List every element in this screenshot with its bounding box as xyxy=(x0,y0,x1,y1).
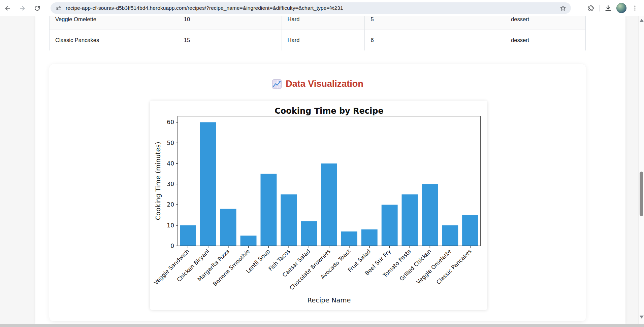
toolbar-right xyxy=(585,0,644,16)
bar-3 xyxy=(240,235,257,246)
toolbar-separator xyxy=(599,5,600,11)
visualization-card: Data Visualization 0102030405060Veggie S… xyxy=(49,64,586,321)
profile-avatar xyxy=(616,3,626,13)
svg-text:Banana Smoothie: Banana Smoothie xyxy=(212,248,251,287)
cell-cooking-time: 10 xyxy=(178,16,282,30)
bar-10 xyxy=(382,205,398,246)
forward-button[interactable] xyxy=(18,3,27,13)
bar-0 xyxy=(180,225,196,246)
cell-difficulty: Hard xyxy=(282,16,365,30)
scroll-up-button[interactable] xyxy=(640,19,644,22)
svg-text:Recipe Name: Recipe Name xyxy=(308,296,351,304)
reload-button[interactable] xyxy=(32,3,42,13)
svg-text:Classic Pancakes: Classic Pancakes xyxy=(435,248,473,286)
svg-text:20: 20 xyxy=(167,201,174,208)
bookmark-star-icon[interactable] xyxy=(559,5,567,12)
bar-11 xyxy=(402,194,418,246)
profile-button[interactable] xyxy=(616,2,627,14)
vertical-scrollbar[interactable] xyxy=(638,16,644,324)
svg-text:50: 50 xyxy=(167,140,174,146)
reload-icon xyxy=(34,5,41,12)
kebab-menu-icon xyxy=(632,5,638,11)
bar-12 xyxy=(422,184,438,246)
svg-text:10: 10 xyxy=(167,222,174,229)
scroll-down-button[interactable] xyxy=(640,316,644,319)
svg-text:Chocolate Brownies: Chocolate Brownies xyxy=(288,248,332,291)
cooking-time-chart: 0102030405060Veggie SandwichChicken Biry… xyxy=(150,101,487,310)
cell-count: 5 xyxy=(365,16,505,30)
svg-text:0: 0 xyxy=(170,243,174,249)
bar-9 xyxy=(361,229,378,246)
chart-box: 0102030405060Veggie SandwichChicken Biry… xyxy=(150,101,487,310)
bar-1 xyxy=(200,122,216,246)
url-bar[interactable]: recipe-app-cf-sourav-d5b3ff514bd4.heroku… xyxy=(51,2,571,14)
bar-8 xyxy=(341,231,357,246)
svg-text:Cooking Time by Recipe: Cooking Time by Recipe xyxy=(275,106,383,116)
bar-6 xyxy=(301,221,317,246)
recipes-table-region: Veggie Omelette 10 Hard 5 dessert Classi… xyxy=(49,16,586,50)
scrollbar-thumb[interactable] xyxy=(640,172,643,216)
svg-text:Cooking Time (minutes): Cooking Time (minutes) xyxy=(154,142,162,220)
bar-2 xyxy=(220,209,236,246)
bar-14 xyxy=(462,215,478,246)
visualization-heading: Data Visualization xyxy=(49,79,586,89)
svg-text:60: 60 xyxy=(167,119,174,125)
bar-7 xyxy=(321,164,337,246)
site-info-icon[interactable] xyxy=(55,5,62,11)
url-text: recipe-app-cf-sourav-d5b3ff514bd4.heroku… xyxy=(66,5,559,11)
svg-text:Veggie Omelette: Veggie Omelette xyxy=(415,248,453,285)
visualization-heading-text: Data Visualization xyxy=(286,79,363,89)
bar-4 xyxy=(261,174,277,246)
browser-menu-button[interactable] xyxy=(629,2,641,14)
back-icon xyxy=(4,5,11,12)
svg-text:Veggie Sandwich: Veggie Sandwich xyxy=(153,248,191,286)
table-row: Classic Pancakes 15 Hard 6 dessert xyxy=(50,30,586,51)
cell-recipe-name: Veggie Omelette xyxy=(50,16,178,30)
browser-chrome: recipe-app-cf-sourav-d5b3ff514bd4.heroku… xyxy=(0,0,644,16)
bar-13 xyxy=(442,225,458,246)
cell-difficulty: Hard xyxy=(282,30,365,51)
cell-category: dessert xyxy=(505,30,586,51)
back-button[interactable] xyxy=(3,3,12,13)
extensions-button[interactable] xyxy=(585,2,597,14)
download-icon xyxy=(604,4,612,12)
forward-icon xyxy=(19,5,26,12)
table-row: Veggie Omelette 10 Hard 5 dessert xyxy=(50,16,586,30)
chart-increasing-icon xyxy=(272,79,282,89)
cell-cooking-time: 15 xyxy=(178,30,282,51)
bar-5 xyxy=(281,194,297,246)
cell-category: dessert xyxy=(505,16,586,30)
svg-text:30: 30 xyxy=(167,181,174,187)
cell-count: 6 xyxy=(365,30,505,51)
recipes-table: Veggie Omelette 10 Hard 5 dessert Classi… xyxy=(49,16,586,50)
extensions-puzzle-icon xyxy=(587,4,594,12)
svg-text:40: 40 xyxy=(167,160,174,167)
horizontal-scrollbar[interactable] xyxy=(0,324,644,327)
cell-recipe-name: Classic Pancakes xyxy=(50,30,178,51)
download-button[interactable] xyxy=(602,2,614,14)
